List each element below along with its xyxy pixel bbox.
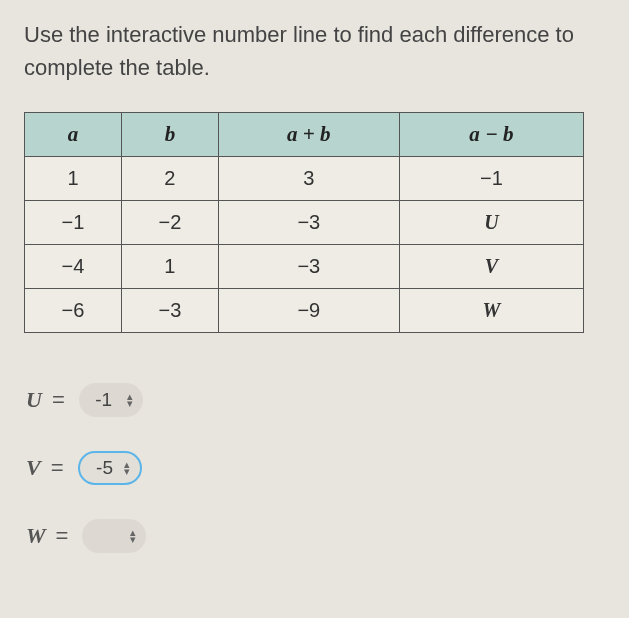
cell-diff: V — [399, 245, 583, 289]
cell-sum: −3 — [218, 245, 399, 289]
header-a-plus-b: a + b — [218, 113, 399, 157]
table-row: −1−2−3U — [25, 201, 584, 245]
stepper-w[interactable] — [82, 519, 146, 553]
table-row: −41−3V — [25, 245, 584, 289]
answer-row-w: W = — [26, 519, 605, 553]
answer-row-u: U = -1 — [26, 383, 605, 417]
stepper-value-u: -1 — [93, 389, 115, 411]
answer-label-v: V — [26, 455, 41, 481]
cell-b: 2 — [121, 157, 218, 201]
answer-row-v: V = -5 — [26, 451, 605, 485]
data-table: a b a + b a − b 123−1−1−2−3U−41−3V−6−3−9… — [24, 112, 584, 333]
cell-sum: −9 — [218, 289, 399, 333]
table-row: −6−3−9W — [25, 289, 584, 333]
cell-b: −2 — [121, 201, 218, 245]
header-b: b — [121, 113, 218, 157]
cell-a: 1 — [25, 157, 122, 201]
stepper-u[interactable]: -1 — [79, 383, 143, 417]
cell-diff: W — [399, 289, 583, 333]
cell-sum: −3 — [218, 201, 399, 245]
cell-diff: −1 — [399, 157, 583, 201]
cell-diff: U — [399, 201, 583, 245]
table-row: 123−1 — [25, 157, 584, 201]
stepper-value-v: -5 — [94, 457, 116, 479]
cell-sum: 3 — [218, 157, 399, 201]
table-body: 123−1−1−2−3U−41−3V−6−3−9W — [25, 157, 584, 333]
header-a-minus-b: a − b — [399, 113, 583, 157]
stepper-arrows-icon — [124, 461, 130, 475]
header-a: a — [25, 113, 122, 157]
stepper-arrows-icon — [127, 393, 133, 407]
cell-b: −3 — [121, 289, 218, 333]
equals-sign: = — [51, 455, 64, 481]
instructions-text: Use the interactive number line to find … — [24, 18, 605, 84]
answer-label-u: U — [26, 387, 42, 413]
equals-sign: = — [56, 523, 69, 549]
answers-section: U = -1 V = -5 W = — [26, 383, 605, 553]
data-table-wrap: a b a + b a − b 123−1−1−2−3U−41−3V−6−3−9… — [24, 112, 605, 333]
cell-a: −1 — [25, 201, 122, 245]
stepper-v[interactable]: -5 — [78, 451, 142, 485]
answer-label-w: W — [26, 523, 46, 549]
equals-sign: = — [52, 387, 65, 413]
cell-a: −6 — [25, 289, 122, 333]
cell-b: 1 — [121, 245, 218, 289]
table-header-row: a b a + b a − b — [25, 113, 584, 157]
cell-a: −4 — [25, 245, 122, 289]
stepper-arrows-icon — [130, 529, 136, 543]
